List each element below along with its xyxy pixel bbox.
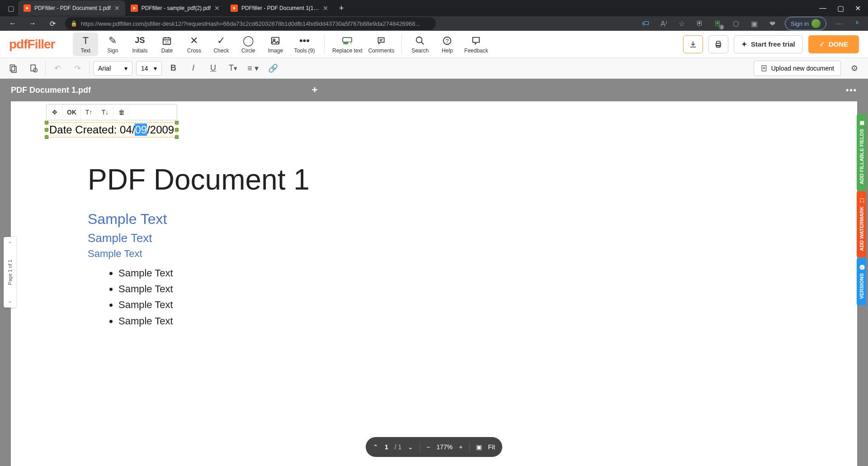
ok-button[interactable]: OK <box>63 105 81 120</box>
zoom-out-button[interactable]: − <box>426 443 430 451</box>
close-icon[interactable]: ✕ <box>114 5 120 12</box>
resize-handle[interactable] <box>175 128 179 132</box>
text-edit-box[interactable]: ✥ OK T↑ T↓ 🗑 Date Created: 04/09/2009 <box>46 104 177 138</box>
list-item: Sample Text <box>118 281 780 297</box>
adblock-icon[interactable]: ⛨ <box>712 18 723 29</box>
undo-button[interactable]: ↶ <box>49 60 66 76</box>
reload-button[interactable]: ⟳ <box>45 16 60 31</box>
collections-icon[interactable]: ▣ <box>749 18 760 29</box>
feedback-icon <box>471 35 481 47</box>
heading-4: Sample Text <box>88 248 780 260</box>
delete-button[interactable]: 🗑 <box>113 105 130 120</box>
close-window-icon[interactable]: ✕ <box>855 4 861 13</box>
tool-help[interactable]: ? Help <box>434 33 460 56</box>
cross-icon: ✕ <box>190 35 198 47</box>
svg-rect-5 <box>272 37 279 44</box>
text-field[interactable]: Date Created: 04/09/2009 <box>46 122 177 138</box>
page-options-button[interactable] <box>25 60 42 76</box>
minimize-icon[interactable]: — <box>819 4 826 13</box>
page-current[interactable]: 1 <box>385 443 388 451</box>
fontsize-select[interactable]: 14 ▾ <box>136 61 162 76</box>
link-button[interactable]: 🔗 <box>265 60 281 76</box>
tool-initials[interactable]: JS Initials <box>127 33 152 56</box>
increase-font-button[interactable]: T↑ <box>81 105 97 120</box>
done-button[interactable]: ✓ DONE <box>808 35 859 53</box>
start-trial-button[interactable]: ✦ Start free trial <box>734 35 803 53</box>
tool-date[interactable]: 15 Date <box>154 33 179 56</box>
tool-circle[interactable]: ◯ Circle <box>236 33 261 56</box>
separator <box>45 62 46 75</box>
italic-button[interactable]: I <box>185 60 202 76</box>
extensions-icon[interactable]: ⬡ <box>731 18 741 29</box>
sidetab-fillable-fields[interactable]: ADD FILLABLE FIELDS ▦ <box>857 114 866 190</box>
tool-cross[interactable]: ✕ Cross <box>181 33 207 56</box>
separator <box>89 62 90 75</box>
favorite-icon[interactable]: ☆ <box>676 18 687 29</box>
wellness-icon[interactable]: ❤ <box>767 18 778 29</box>
upload-document-button[interactable]: Upload new document <box>754 61 841 76</box>
page-up-button[interactable]: ⌃ <box>8 241 12 247</box>
new-tab-button[interactable]: + <box>334 4 349 13</box>
tool-sign[interactable]: ✎ Sign <box>100 33 125 56</box>
pages-panel-button[interactable] <box>5 60 22 76</box>
url-text: https://www.pdffiller.com/jsfiller-desk1… <box>81 20 420 27</box>
print-button[interactable] <box>708 35 728 53</box>
bullet-list: Sample Text Sample Text Sample Text Samp… <box>88 265 780 329</box>
add-page-button[interactable]: + <box>312 84 318 96</box>
resize-handle[interactable] <box>45 121 48 124</box>
menu-icon[interactable]: ⋯ <box>834 18 844 29</box>
signin-button[interactable]: Sign in <box>785 17 826 30</box>
zoom-in-button[interactable]: + <box>459 443 462 451</box>
decrease-font-button[interactable]: T↓ <box>97 105 113 120</box>
heading-2: Sample Text <box>88 211 780 228</box>
tool-comments[interactable]: Comments <box>366 33 396 56</box>
read-aloud-icon[interactable]: A⁾ <box>658 18 669 29</box>
bing-icon[interactable]: ᵇ <box>852 18 863 29</box>
resize-handle[interactable] <box>175 135 179 139</box>
align-button[interactable]: ≡ ▾ <box>245 60 261 76</box>
forward-button[interactable]: → <box>25 16 40 31</box>
download-button[interactable] <box>683 35 703 53</box>
underline-button[interactable]: U <box>205 60 222 76</box>
next-page-button[interactable]: ⌄ <box>408 443 413 451</box>
resize-handle[interactable] <box>45 128 48 132</box>
fit-button[interactable]: Fit <box>488 443 495 451</box>
tag-icon[interactable]: 🏷 <box>640 18 651 29</box>
sidetab-watermark[interactable]: ADD WATERMARK ⬚ <box>857 191 866 257</box>
back-button[interactable]: ← <box>5 16 20 31</box>
move-handle-icon[interactable]: ✥ <box>47 105 63 120</box>
tool-replace[interactable]: Replace text <box>330 33 364 56</box>
tool-text[interactable]: T Text <box>73 33 98 56</box>
tool-more[interactable]: ••• Tools (9) <box>290 33 319 56</box>
settings-button[interactable]: ⚙ <box>846 60 863 76</box>
font-select[interactable]: Arial ▾ <box>93 61 132 76</box>
close-icon[interactable]: ✕ <box>214 5 220 12</box>
tool-feedback[interactable]: Feedback <box>462 33 491 56</box>
separator <box>401 34 402 54</box>
browser-tab-2[interactable]: PDFfiller - sample_pdf(2).pdf ✕ <box>125 0 225 16</box>
tool-search[interactable]: Search <box>407 33 433 56</box>
prev-page-button[interactable]: ⌃ <box>373 443 378 451</box>
close-icon[interactable]: ✕ <box>323 5 328 12</box>
tool-check[interactable]: ✓ Check <box>208 33 234 56</box>
resize-handle[interactable] <box>175 121 179 124</box>
browser-tab-1[interactable]: PDFfiller - PDF Document 1.pdf ✕ <box>18 0 125 16</box>
resize-handle[interactable] <box>45 135 48 139</box>
sidetab-versions[interactable]: VERSIONS 🕑 <box>857 258 866 305</box>
shield-icon[interactable]: ⛨ <box>694 18 705 29</box>
doc-more-button[interactable]: ••• <box>846 86 857 95</box>
redo-button[interactable]: ↷ <box>69 60 85 76</box>
search-icon <box>415 35 425 47</box>
text-format-button[interactable]: T▾ <box>225 60 241 76</box>
page-down-button[interactable]: ⌄ <box>8 298 12 304</box>
tool-image[interactable]: Image <box>263 33 288 56</box>
tab-title: PDFfiller - sample_pdf(2).pdf <box>142 5 211 11</box>
tab-overview-icon[interactable]: ▢ <box>4 1 18 15</box>
page[interactable]: ✥ OK T↑ T↓ 🗑 Date Created: 04/09/2009 <box>11 101 857 466</box>
bold-button[interactable]: B <box>165 60 182 76</box>
sub-toolbar: ↶ ↷ Arial ▾ 14 ▾ B I U T▾ ≡ ▾ 🔗 Upload n… <box>0 58 868 79</box>
url-input[interactable]: 🔒 https://www.pdffiller.com/jsfiller-des… <box>65 17 436 30</box>
logo[interactable]: pdfFiller <box>9 37 55 52</box>
maximize-icon[interactable]: ▢ <box>837 4 844 13</box>
browser-tab-3[interactable]: PDFfiller - PDF Document 1(1).pd ✕ <box>225 0 334 16</box>
